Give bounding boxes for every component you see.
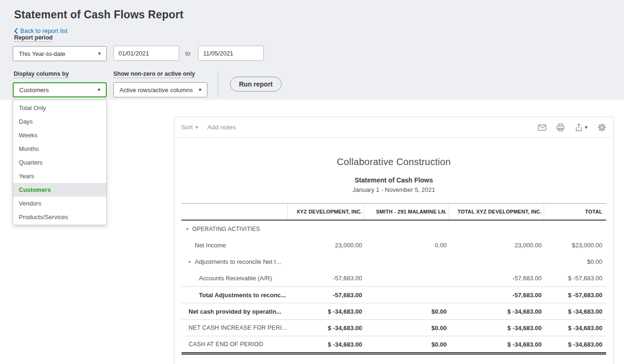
report-period-label[interactable]: Report period — [14, 34, 53, 42]
chevron-left-icon — [14, 28, 18, 34]
cell-value: $ -34,683.00 — [449, 308, 544, 315]
display-columns-by-label[interactable]: Display columns by — [14, 71, 69, 78]
row-label: NET CASH INCREASE FOR PERI... — [182, 324, 287, 331]
cell-value: $ -34,683.00 — [544, 324, 606, 332]
chevron-down-icon: ▼ — [195, 125, 199, 130]
row-label[interactable]: ▾Adjustments to reconcile Net I... — [182, 258, 287, 265]
run-report-button[interactable]: Run report — [230, 77, 282, 92]
column-header: TOTAL — [544, 204, 606, 220]
cell-value: -57,683.00 — [287, 292, 364, 299]
dropdown-option-customers[interactable]: Customers — [13, 183, 106, 197]
cell-value: $ -34,683.00 — [287, 308, 364, 315]
row-label-text: OPERATING ACTIVITIES — [192, 226, 260, 232]
report-period-text: January 1 - November 5, 2021 — [174, 186, 613, 193]
cell-value: 0.00 — [364, 242, 449, 249]
row-label-text: Net Income — [195, 242, 226, 249]
cell-value: -57,683.00 — [449, 275, 544, 282]
dropdown-option-years[interactable]: Years — [13, 169, 106, 183]
cell-value: $23,000.00 — [544, 242, 606, 249]
table-header-empty — [182, 204, 287, 220]
add-notes-button[interactable]: Add notes — [207, 124, 236, 131]
gear-icon[interactable] — [597, 123, 607, 132]
cell-value: $ -34,683.00 — [287, 324, 364, 332]
report-table: XYZ DEVELOPMENT, INC.SMITH - 291 MALAMIN… — [182, 203, 606, 355]
email-icon[interactable] — [537, 123, 547, 132]
table-row: Net cash provided by operatin...$ -34,68… — [182, 303, 606, 319]
cell-value: $ -34,683.00 — [544, 341, 606, 348]
cell-value: $0.00 — [364, 341, 449, 348]
dropdown-option-total-only[interactable]: Total Only — [13, 101, 106, 115]
report-period-select[interactable]: This Year-to-date ▼ — [13, 46, 107, 61]
sort-label: Sort — [181, 124, 193, 131]
table-header-row: XYZ DEVELOPMENT, INC.SMITH - 291 MALAMIN… — [182, 204, 606, 221]
collapse-caret-icon[interactable]: ▾ — [189, 260, 195, 264]
dropdown-option-months[interactable]: Months — [13, 142, 106, 156]
column-header: SMITH - 291 MALAMINE LN. — [364, 204, 449, 220]
chevron-down-icon: ▼ — [198, 87, 202, 92]
table-row: Net Income23,000.000.0023,000.00$23,000.… — [182, 237, 606, 253]
table-double-underline — [182, 352, 606, 355]
page-title: Statement of Cash Flows Report — [14, 8, 183, 21]
show-nonzero-label[interactable]: Show non-zero or active only — [113, 71, 195, 78]
back-link-label: Back to report list — [20, 27, 67, 34]
to-label: to — [185, 50, 190, 57]
cell-value: $0.00 — [364, 324, 449, 332]
table-row: Accounts Receivable (A/R)-57,683.00-57,6… — [182, 270, 606, 286]
row-label-text: Net cash provided by operatin... — [189, 308, 281, 315]
display-columns-select[interactable]: Customers ▼ — [13, 82, 107, 97]
row-label-text: Total Adjustments to reconc... — [199, 292, 286, 299]
show-nonzero-select[interactable]: Active rows/active columns ▼ — [113, 82, 207, 97]
chevron-down-icon: ▼ — [584, 125, 588, 130]
cell-value: $ -34,683.00 — [449, 324, 544, 332]
add-notes-label: Add notes — [207, 124, 236, 131]
cell-value: $ -57,683.00 — [544, 275, 606, 282]
report-card: Sort ▼ Add notes — [174, 117, 614, 364]
cell-value: $0.00 — [544, 258, 606, 265]
cell-value: 23,000.00 — [449, 242, 544, 249]
table-row: Total Adjustments to reconc...-57,683.00… — [182, 286, 606, 303]
cell-value: $ -34,683.00 — [544, 308, 606, 315]
row-label-text: CASH AT END OF PERIOD — [189, 341, 263, 348]
dropdown-option-quarters[interactable]: Quarters — [13, 156, 106, 169]
row-label[interactable]: ▾OPERATING ACTIVITIES — [182, 226, 287, 232]
dropdown-option-products-services[interactable]: Products/Services — [13, 210, 106, 224]
cell-value: -57,683.00 — [449, 292, 544, 299]
chevron-down-icon: ▼ — [97, 51, 102, 56]
table-row: ▾Adjustments to reconcile Net I...$0.00 — [182, 253, 606, 270]
dropdown-option-days[interactable]: Days — [13, 115, 106, 128]
cell-value: $ -34,683.00 — [449, 341, 544, 348]
row-label: CASH AT END OF PERIOD — [182, 341, 287, 348]
show-nonzero-select-value: Active rows/active columns — [119, 87, 193, 94]
column-header: XYZ DEVELOPMENT, INC. — [287, 204, 364, 220]
table-row: NET CASH INCREASE FOR PERI...$ -34,683.0… — [182, 319, 606, 336]
date-to-input[interactable] — [198, 46, 264, 61]
cell-value: $0.00 — [364, 308, 449, 315]
display-columns-menu: Total OnlyDaysWeeksMonthsQuartersYearsCu… — [13, 100, 107, 225]
sort-button[interactable]: Sort ▼ — [181, 124, 199, 131]
dropdown-option-weeks[interactable]: Weeks — [13, 128, 106, 142]
display-columns-select-value: Customers — [19, 87, 49, 94]
company-name: Collaborative Construction — [174, 157, 613, 167]
cell-value: -57,683.00 — [287, 275, 364, 282]
cell-value: $ -57,683.00 — [544, 292, 606, 299]
report-period-select-value: This Year-to-date — [19, 50, 65, 57]
table-row: CASH AT END OF PERIOD$ -34,683.00$0.00$ … — [182, 336, 606, 352]
row-label: Total Adjustments to reconc... — [182, 292, 287, 299]
row-label-text: Accounts Receivable (A/R) — [199, 275, 272, 282]
report-title: Statement of Cash Flows — [174, 176, 613, 184]
export-icon[interactable]: ▼ — [574, 123, 588, 132]
collapse-caret-icon[interactable]: ▾ — [186, 227, 192, 231]
print-icon[interactable] — [556, 123, 565, 132]
date-from-input[interactable] — [113, 46, 179, 61]
report-toolbar: Sort ▼ Add notes — [174, 117, 613, 138]
cell-value: $ -34,683.00 — [287, 341, 364, 348]
row-label-text: Adjustments to reconcile Net I... — [195, 258, 281, 265]
table-row: ▾OPERATING ACTIVITIES — [182, 221, 606, 237]
chevron-down-icon: ▼ — [97, 87, 101, 92]
dropdown-option-vendors[interactable]: Vendors — [13, 197, 106, 210]
cell-value: 23,000.00 — [287, 242, 364, 249]
row-label-text: NET CASH INCREASE FOR PERI... — [189, 324, 287, 331]
filter-divider — [218, 71, 218, 97]
row-label: Net Income — [182, 242, 287, 249]
back-to-report-list-link[interactable]: Back to report list — [14, 27, 67, 34]
